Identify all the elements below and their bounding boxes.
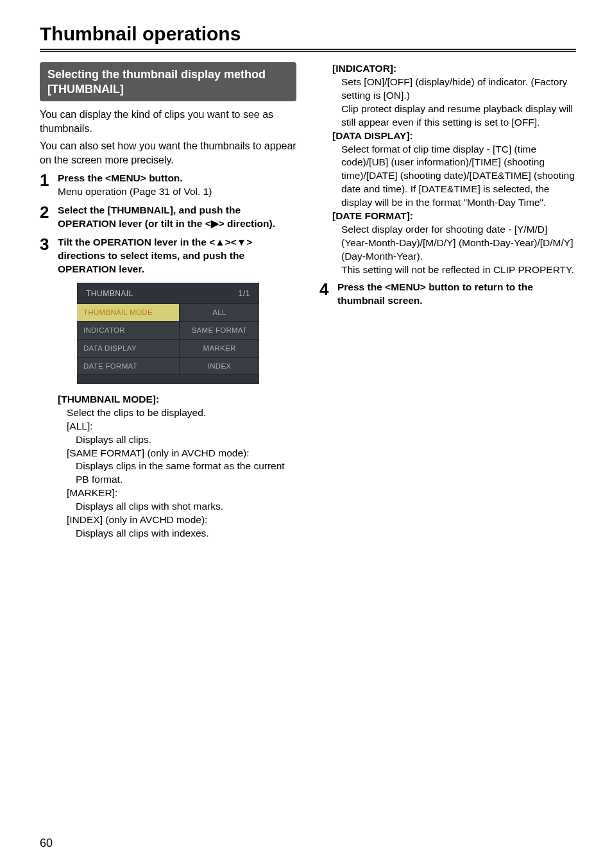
step-3: 3 Tilt the OPERATION lever in the <▲><▼>… [40,236,296,276]
step-number: 4 [319,281,332,308]
step-4: 4 Press the <MENU> button to return to t… [319,281,576,308]
menu-panel: THUMBNAIL 1/1 THUMBNAIL MODE ALL INDICAT… [77,283,259,384]
title-divider-thick [40,49,576,50]
indicator-detail: [INDICATOR]: Sets [ON]/[OFF] (display/hi… [332,62,576,129]
detail-intro: Select the clips to be displayed. [58,406,296,420]
menu-row: DATA DISPLAY MARKER [77,339,259,357]
step-1: 1 Press the <MENU> button. Menu operatio… [40,172,296,199]
left-column: Selecting the thumbnail display method [… [40,62,296,540]
step-body: Press the <MENU> button to return to the… [337,281,576,308]
step-number: 2 [40,204,53,231]
step-body: Press the <MENU> button. Menu operation … [58,172,296,199]
menu-row-label: DATA DISPLAY [77,340,179,357]
detail-option-label: [SAME FORMAT] (only in AVCHD mode): [58,447,296,460]
document-page: Thumbnail operations Selecting the thumb… [0,0,612,868]
menu-header-page: 1/1 [239,289,250,298]
menu-rows: THUMBNAIL MODE ALL INDICATOR SAME FORMAT… [77,303,259,375]
detail-option-desc: Displays clips in the same format as the… [58,460,296,487]
menu-row-value: ALL [179,304,259,321]
detail-option-label: [MARKER]: [58,487,296,500]
step-body: Select the [THUMBNAIL], and push the OPE… [58,204,296,231]
detail-header: [DATA DISPLAY]: [332,129,576,143]
menu-row-label: INDICATOR [77,322,179,339]
step-title: Press the <MENU> button to return to the… [337,281,533,306]
step-subtext: Menu operation (Page 31 of Vol. 1) [58,186,212,197]
triangle-down-icon: ▼ [237,236,246,249]
intro-text-1: You can display the kind of clips you wa… [40,108,296,135]
step-title: Press the <MENU> button. [58,172,183,183]
menu-screenshot: THUMBNAIL 1/1 THUMBNAIL MODE ALL INDICAT… [40,283,296,384]
detail-text: Sets [ON]/[OFF] (display/hide) of indica… [332,76,576,103]
triangle-up-icon: ▲ [215,236,225,249]
step-title-part-b: >< [225,237,237,247]
menu-header: THUMBNAIL 1/1 [77,283,259,303]
intro-text-2: You can also set how you want the thumbn… [40,139,296,167]
detail-header: [INDICATOR]: [332,62,576,76]
step-title-part-b: > direction). [219,218,275,229]
step-number: 3 [40,236,53,276]
detail-text: This setting will not be reflected in CL… [332,263,576,277]
menu-header-title: THUMBNAIL [86,289,133,298]
thumbnail-mode-detail: [THUMBNAIL MODE]: Select the clips to be… [58,393,296,540]
content-columns: Selecting the thumbnail display method [… [40,62,576,540]
title-divider-thin [40,51,576,52]
detail-option-label: [INDEX] (only in AVCHD mode): [58,513,296,527]
triangle-right-icon: ▶ [211,217,219,231]
detail-text: Select display order for shooting date -… [332,223,576,263]
detail-header: [THUMBNAIL MODE]: [58,393,296,406]
detail-header: [DATE FORMAT]: [332,210,576,223]
section-banner: Selecting the thumbnail display method [… [40,62,296,101]
menu-row: INDICATOR SAME FORMAT [77,321,259,339]
menu-row-label: THUMBNAIL MODE [77,304,179,321]
detail-option-label: [ALL]: [58,420,296,433]
menu-row-label: DATE FORMAT [77,358,179,374]
detail-text: Select format of clip time display - [TC… [332,143,576,210]
data-display-detail: [DATA DISPLAY]: Select format of clip ti… [332,129,576,210]
detail-option-desc: Displays all clips. [58,433,296,447]
menu-row-value: INDEX [179,358,259,374]
menu-row: DATE FORMAT INDEX [77,357,259,375]
right-column: [INDICATOR]: Sets [ON]/[OFF] (display/hi… [319,62,576,540]
menu-row-value: MARKER [179,340,259,357]
step-2: 2 Select the [THUMBNAIL], and push the O… [40,204,296,231]
page-number: 60 [40,837,53,850]
step-body: Tilt the OPERATION lever in the <▲><▼> d… [58,236,296,276]
step-number: 1 [40,172,53,199]
date-format-detail: [DATE FORMAT]: Select display order for … [332,210,576,277]
detail-text: Clip protect display and resume playback… [332,103,576,129]
menu-row: THUMBNAIL MODE ALL [77,303,259,321]
step-title-part-a: Tilt the OPERATION lever in the < [58,237,215,247]
menu-row-value: SAME FORMAT [179,322,259,339]
detail-option-desc: Displays all clips with indexes. [58,527,296,540]
detail-option-desc: Displays all clips with shot marks. [58,500,296,513]
page-title: Thumbnail operations [40,23,576,45]
